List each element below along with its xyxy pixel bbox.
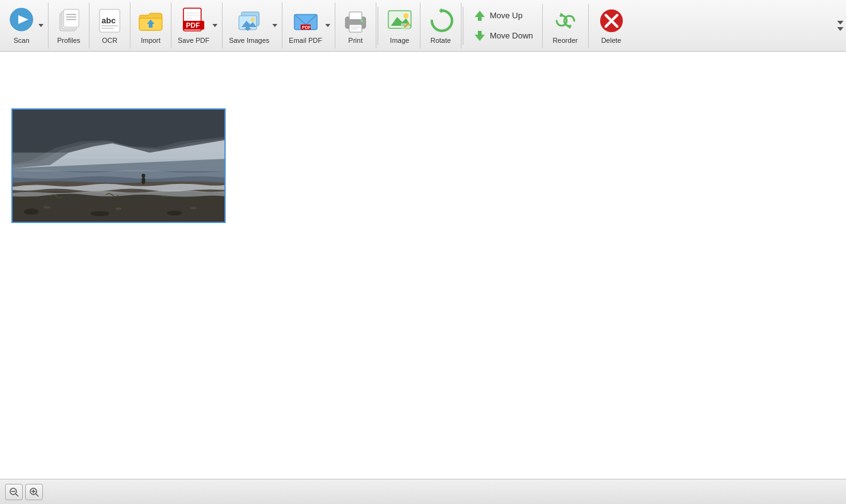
- zoom-in-icon: [29, 487, 39, 497]
- emailpdf-group: PDF Email PDF: [282, 3, 335, 49]
- scan-button[interactable]: Scan: [4, 4, 37, 48]
- svg-point-56: [24, 209, 39, 215]
- rotate-label: Rotate: [431, 37, 451, 44]
- zoom-out-button[interactable]: [5, 484, 23, 500]
- delete-button[interactable]: Delete: [594, 4, 629, 48]
- scan-dropdown-arrow: [38, 24, 43, 27]
- saveimages-dropdown-btn[interactable]: [270, 4, 279, 48]
- svg-line-68: [16, 494, 18, 496]
- profiles-button[interactable]: Profiles: [51, 4, 86, 48]
- image-label: Image: [390, 37, 410, 44]
- emailpdf-dropdown-btn[interactable]: [323, 4, 332, 48]
- svg-text:abc: abc: [101, 16, 115, 25]
- ocr-icon: abc: [96, 7, 124, 35]
- overflow-icon: [837, 21, 843, 31]
- scan-icon: [8, 7, 35, 35]
- saveimages-dropdown-arrow: [272, 24, 277, 27]
- svg-marker-49: [837, 27, 843, 31]
- image-button[interactable]: Image: [382, 4, 417, 48]
- reorder-icon: [552, 7, 579, 35]
- print-button[interactable]: Print: [338, 4, 373, 48]
- rotate-icon: [427, 7, 455, 35]
- toolbar: Scan Profiles: [0, 0, 846, 52]
- profiles-label: Profiles: [57, 37, 81, 44]
- svg-point-64: [115, 207, 122, 210]
- svg-point-61: [200, 214, 211, 217]
- svg-point-57: [57, 213, 67, 217]
- print-icon: [342, 7, 369, 35]
- reorder-button[interactable]: Reorder: [548, 4, 583, 48]
- import-group: Import: [130, 3, 171, 49]
- emailpdf-icon: PDF: [292, 7, 320, 35]
- beach-scene-svg: [13, 110, 224, 222]
- svg-point-35: [403, 13, 409, 18]
- svg-point-60: [167, 210, 182, 215]
- ocr-label: OCR: [102, 37, 117, 44]
- reorder-group: Reorder: [543, 4, 589, 48]
- saveimages-group: Save Images: [223, 3, 282, 49]
- import-icon: [137, 7, 165, 35]
- movedown-icon: [473, 30, 486, 42]
- zoom-out-icon: [9, 487, 19, 497]
- image-group: Image: [380, 3, 420, 49]
- svg-point-63: [77, 209, 86, 212]
- savepdf-icon: PDF: [180, 7, 207, 35]
- delete-label: Delete: [601, 37, 622, 44]
- emailpdf-dropdown-arrow: [325, 24, 330, 27]
- emailpdf-label: Email PDF: [289, 37, 322, 44]
- import-label: Import: [141, 37, 160, 44]
- scan-label: Scan: [13, 37, 29, 44]
- svg-text:PDF: PDF: [302, 25, 311, 30]
- svg-point-54: [142, 174, 146, 178]
- rotate-button[interactable]: Rotate: [423, 4, 458, 48]
- savepdf-dropdown-arrow: [212, 24, 217, 27]
- saveimages-container: Save Images: [225, 4, 279, 48]
- svg-point-62: [43, 206, 50, 209]
- svg-rect-29: [349, 25, 362, 32]
- savepdf-group: PDF Save PDF: [171, 3, 223, 49]
- moveup-button[interactable]: Move Up: [470, 7, 537, 25]
- overflow-button[interactable]: [836, 4, 845, 48]
- svg-text:PDF: PDF: [186, 21, 200, 29]
- reorder-label: Reorder: [553, 37, 578, 44]
- scan-thumbnail[interactable]: [11, 108, 226, 223]
- svg-line-71: [36, 494, 38, 496]
- import-button[interactable]: Import: [133, 4, 168, 48]
- svg-point-32: [361, 20, 363, 22]
- ocr-button[interactable]: abc OCR: [92, 4, 127, 48]
- delete-icon: [598, 7, 625, 35]
- separator2: [463, 7, 463, 45]
- move-group: Move Up Move Down: [465, 4, 543, 48]
- profiles-group: Profiles: [49, 3, 90, 49]
- scan-dropdown-btn[interactable]: [37, 4, 45, 48]
- svg-marker-40: [441, 8, 444, 13]
- profiles-icon: [55, 7, 83, 35]
- zoom-in-button[interactable]: [25, 484, 43, 500]
- image-icon: [386, 7, 414, 35]
- moveup-icon: [473, 9, 486, 22]
- moveup-label: Move Up: [490, 11, 523, 20]
- savepdf-label: Save PDF: [178, 37, 209, 44]
- saveimages-button[interactable]: Save Images: [225, 4, 270, 48]
- svg-rect-28: [349, 12, 362, 20]
- svg-rect-55: [13, 152, 224, 171]
- rotate-group: Rotate: [420, 3, 461, 49]
- saveimages-icon: [235, 7, 263, 35]
- svg-rect-4: [64, 9, 79, 27]
- svg-marker-42: [475, 31, 485, 41]
- savepdf-dropdown-btn[interactable]: [211, 4, 219, 48]
- scan-btn-container: Scan: [4, 4, 45, 48]
- delete-group: Delete: [589, 4, 634, 48]
- svg-point-22: [251, 18, 255, 21]
- svg-marker-48: [837, 21, 843, 25]
- svg-point-53: [142, 177, 146, 185]
- svg-point-66: [190, 207, 197, 209]
- separator1: [378, 7, 378, 45]
- scan-group: Scan: [1, 3, 49, 49]
- saveimages-label: Save Images: [229, 37, 269, 44]
- emailpdf-container: PDF Email PDF: [285, 4, 332, 48]
- savepdf-button[interactable]: PDF Save PDF: [174, 4, 211, 48]
- svg-point-59: [131, 214, 144, 218]
- emailpdf-button[interactable]: PDF Email PDF: [285, 4, 323, 48]
- movedown-button[interactable]: Move Down: [470, 27, 537, 45]
